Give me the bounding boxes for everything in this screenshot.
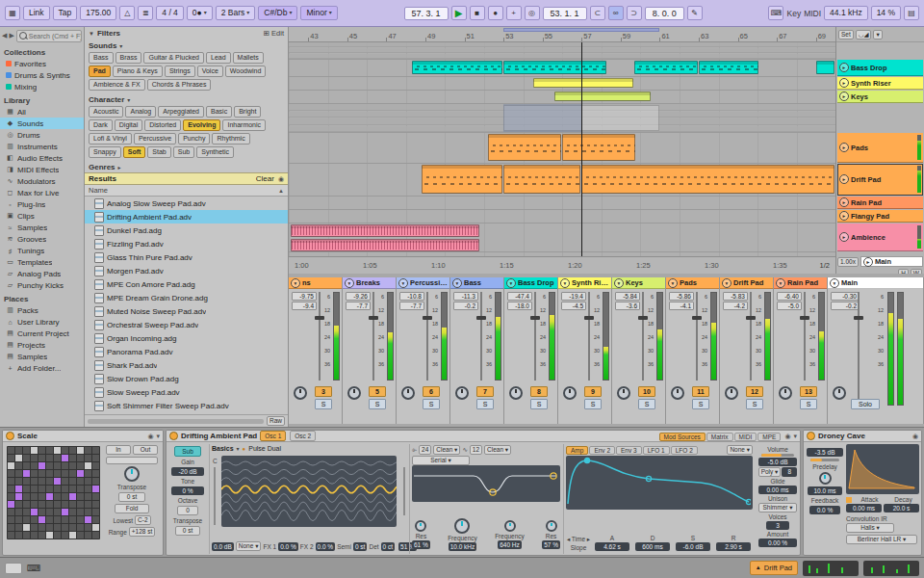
scale-cell[interactable] [85,493,91,500]
scale-cell[interactable] [85,447,91,454]
scale-cell[interactable] [23,524,30,531]
scale-cell[interactable] [15,470,22,477]
scale-cell[interactable] [77,493,84,500]
peak-level-field[interactable]: -9.26 [346,292,371,301]
scale-cell[interactable] [46,532,53,539]
scale-cell[interactable] [54,524,61,531]
scale-cell[interactable] [69,501,76,508]
scale-cell[interactable] [15,493,22,500]
gain-field[interactable]: -0.2 [453,302,478,310]
track-header-synth-riser[interactable]: ▸Synth Riser [837,77,923,90]
scale-cell[interactable] [92,478,99,485]
loop-length-field[interactable]: 8. 0. 0 [645,7,684,20]
sidebar-item-midi-effects[interactable]: ◨MIDI Effects [0,164,84,175]
scale-cell[interactable] [54,470,61,477]
filter-tag-stab[interactable]: Stab [147,146,170,158]
scale-cell[interactable] [31,509,38,515]
clip-bass-drop[interactable] [699,61,758,74]
track-header-main[interactable]: ▸ Main [860,256,923,267]
pan-knob[interactable] [401,386,415,400]
scale-grid[interactable] [7,446,100,539]
clip-bass-drop[interactable] [816,61,834,74]
slope-label[interactable]: Slope [571,544,587,551]
track-header-keys[interactable]: ▸Keys [837,91,923,103]
filter-tag-inharmonic[interactable]: Inharmonic [222,119,266,131]
clip-bass-drop[interactable] [412,61,502,74]
tab-osc-1[interactable]: Osc 1 [260,431,286,441]
gain-field[interactable]: -5.0 [777,302,802,310]
filter-tag-rhythmic[interactable]: Rhythmic [212,133,249,144]
res1-knob[interactable] [415,520,426,532]
scale-cell[interactable] [92,509,99,515]
fold-channel-icon[interactable]: ▾ [830,278,839,288]
fold-device-icon[interactable]: ▾ [156,433,160,440]
oscillator-display[interactable] [221,456,397,527]
filter-tag-evolving[interactable]: Evolving [183,119,220,131]
scale-cell[interactable] [8,532,14,539]
pan-knob[interactable] [617,386,630,400]
filter-tag-percussive[interactable]: Percussive [134,133,176,144]
volume-slider[interactable] [761,454,794,457]
scale-cell[interactable] [62,478,68,485]
time-signature-field[interactable]: 4 / 4 [156,6,184,20]
midi-map-toggle[interactable]: MIDI [804,9,821,18]
env-tab-lfo-1[interactable]: LFO 1 [643,446,670,455]
scale-cell[interactable] [85,516,91,523]
glide-field[interactable]: 0.00 ms [758,486,797,494]
scale-cell[interactable] [85,486,91,492]
filter-tag-soft[interactable]: Soft [123,146,146,158]
fold-device-icon[interactable]: ▾ [793,433,797,440]
scale-cell[interactable] [8,509,14,515]
scale-cell[interactable] [46,462,53,469]
sidebar-item-analog-pads[interactable]: ▱Analog Pads [0,268,84,279]
gain-field[interactable]: -18.0 [507,302,532,310]
sidebar-item-max-for-live[interactable]: ◻Max for Live [0,187,84,198]
scale-cell[interactable] [31,524,38,531]
scale-cell[interactable] [62,532,68,539]
scale-cell[interactable] [62,486,68,492]
channel-header[interactable]: ▾ns [289,277,342,289]
drift-tab-matrix[interactable]: Matrix [706,433,733,441]
sidebar-item-sounds[interactable]: ◆Sounds [0,118,84,129]
range-value[interactable]: +128 st [129,527,156,537]
unison-menu[interactable]: Shimmer ▾ [758,503,797,512]
sidebar-item-packs[interactable]: ▥Packs [0,304,84,316]
scale-cell[interactable] [8,516,14,523]
sidebar-item-current-project[interactable]: ▤Current Project [0,328,84,339]
fx1-field[interactable]: 0.0 % [278,542,298,551]
peak-level-field[interactable]: -47.4 [507,292,532,301]
computer-midi-keyboard-icon[interactable]: ⌨ [768,6,783,20]
volume-fader[interactable] [480,292,482,381]
fader-handle[interactable] [854,316,863,320]
fold-channel-icon[interactable]: ▾ [776,278,785,288]
search-input[interactable]: Search (Cmd + F) [16,30,82,42]
scale-cell[interactable] [23,462,30,469]
scale-cell[interactable] [38,486,45,492]
freq2-field[interactable]: 640 Hz [498,540,522,549]
scale-cell[interactable] [46,501,53,508]
scale-cell[interactable] [8,478,14,485]
solo-button[interactable]: S [315,399,332,409]
clip-pads[interactable] [488,134,561,161]
scale-cell[interactable] [38,478,45,485]
sidebar-item-audio-effects[interactable]: ◧Audio Effects [0,152,84,164]
scale-cell[interactable] [8,447,14,454]
res2-field[interactable]: 57 % [542,540,560,549]
solo-button[interactable]: S [530,399,548,409]
fx2-field[interactable]: 0.0 % [316,542,336,551]
scale-cell[interactable] [77,509,84,515]
attack-field[interactable]: 4.62 s [595,542,629,551]
fold-channel-icon[interactable]: ▾ [398,278,408,288]
scale-cell[interactable] [69,509,76,515]
filter-tag-sub[interactable]: Sub [173,146,194,158]
loop-start-field[interactable]: 53. 1. 1 [543,7,587,20]
volume-fader[interactable] [319,292,321,381]
pan-knob[interactable] [294,386,307,400]
scale-cell[interactable] [38,532,45,539]
sidebar-item-add-folder[interactable]: +Add Folder... [0,362,84,374]
sidebar-item-instruments[interactable]: ▥Instruments [0,141,84,152]
overview-toggle-icon[interactable]: ▤ [904,6,919,20]
device-title-bar[interactable]: Drifting Ambient Pad Osc 1 Osc 2 Mod Sou… [167,431,800,442]
genres-filter-header[interactable]: Genres ▸ [85,161,288,172]
track-header-flangy-pad[interactable]: ▸Flangy Pad [837,210,923,223]
